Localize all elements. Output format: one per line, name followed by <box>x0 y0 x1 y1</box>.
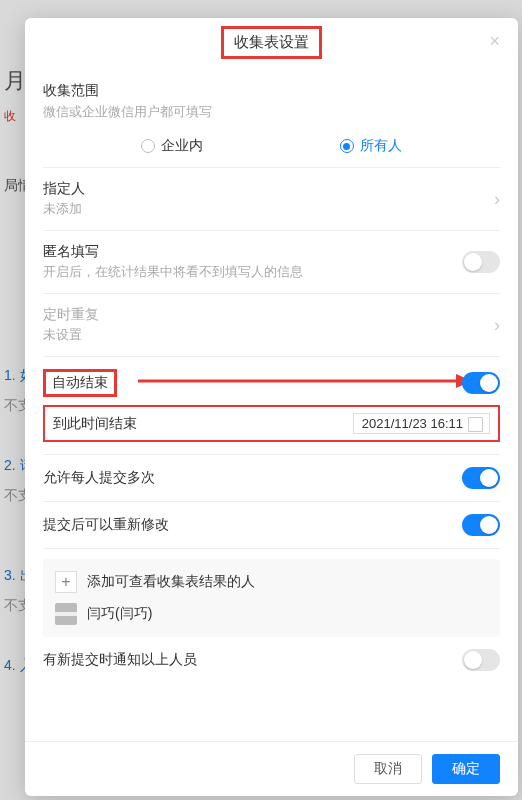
notify-label: 有新提交时通知以上人员 <box>43 651 197 669</box>
radio-icon <box>141 139 155 153</box>
repeat-row[interactable]: 定时重复 未设置 › <box>43 294 500 357</box>
designated-sub: 未添加 <box>43 200 494 218</box>
anonymous-toggle[interactable] <box>462 251 500 273</box>
radio-everyone[interactable]: 所有人 <box>340 137 402 155</box>
settings-dialog: 收集表设置 × 收集范围 微信或企业微信用户都可填写 企业内 所有人 指定人 未… <box>25 18 518 796</box>
avatar <box>55 603 77 625</box>
autoend-toggle[interactable] <box>462 372 500 394</box>
viewer-user-name: 闫巧(闫巧) <box>87 605 152 623</box>
scope-section: 收集范围 微信或企业微信用户都可填写 企业内 所有人 <box>43 70 500 168</box>
chevron-right-icon: › <box>494 189 500 210</box>
multi-submit-row: 允许每人提交多次 <box>43 454 500 502</box>
notify-toggle[interactable] <box>462 649 500 671</box>
deadline-row: 到此时间结束 2021/11/23 16:11 <box>43 405 500 442</box>
radio-internal-label: 企业内 <box>161 137 203 155</box>
confirm-button[interactable]: 确定 <box>432 754 500 784</box>
cancel-button[interactable]: 取消 <box>354 754 422 784</box>
add-viewer-label: 添加可查看收集表结果的人 <box>87 573 255 591</box>
edit-after-row: 提交后可以重新修改 <box>43 502 500 549</box>
radio-icon <box>340 139 354 153</box>
repeat-sub: 未设置 <box>43 326 494 344</box>
autoend-label: 自动结束 <box>43 369 117 397</box>
anonymous-title: 匿名填写 <box>43 243 462 261</box>
radio-internal[interactable]: 企业内 <box>141 137 203 155</box>
designated-title: 指定人 <box>43 180 494 198</box>
dialog-body: 收集范围 微信或企业微信用户都可填写 企业内 所有人 指定人 未添加 › <box>25 66 518 741</box>
viewer-user-row: 闫巧(闫巧) <box>55 603 488 625</box>
autoend-row: 自动结束 <box>43 357 500 405</box>
radio-everyone-label: 所有人 <box>360 137 402 155</box>
plus-icon: + <box>55 571 77 593</box>
deadline-label: 到此时间结束 <box>53 415 137 433</box>
multi-submit-label: 允许每人提交多次 <box>43 469 155 487</box>
viewers-box: + 添加可查看收集表结果的人 闫巧(闫巧) <box>43 559 500 637</box>
chevron-right-icon: › <box>494 315 500 336</box>
annotation-arrow-icon <box>138 369 468 393</box>
dialog-header: 收集表设置 × <box>25 18 518 66</box>
dialog-title: 收集表设置 <box>221 26 322 59</box>
scope-title: 收集范围 <box>43 82 500 100</box>
notify-row: 有新提交时通知以上人员 <box>43 637 500 683</box>
repeat-title: 定时重复 <box>43 306 494 324</box>
add-viewer-button[interactable]: + 添加可查看收集表结果的人 <box>55 571 488 593</box>
multi-submit-toggle[interactable] <box>462 467 500 489</box>
designated-row[interactable]: 指定人 未添加 › <box>43 168 500 231</box>
dialog-footer: 取消 确定 <box>25 741 518 796</box>
anonymous-sub: 开启后，在统计结果中将看不到填写人的信息 <box>43 263 462 281</box>
scope-subtitle: 微信或企业微信用户都可填写 <box>43 103 500 121</box>
scope-radio-group: 企业内 所有人 <box>43 133 500 155</box>
deadline-datetime-input[interactable]: 2021/11/23 16:11 <box>353 413 490 434</box>
edit-after-toggle[interactable] <box>462 514 500 536</box>
close-icon[interactable]: × <box>489 32 500 50</box>
anonymous-row: 匿名填写 开启后，在统计结果中将看不到填写人的信息 <box>43 231 500 294</box>
edit-after-label: 提交后可以重新修改 <box>43 516 169 534</box>
